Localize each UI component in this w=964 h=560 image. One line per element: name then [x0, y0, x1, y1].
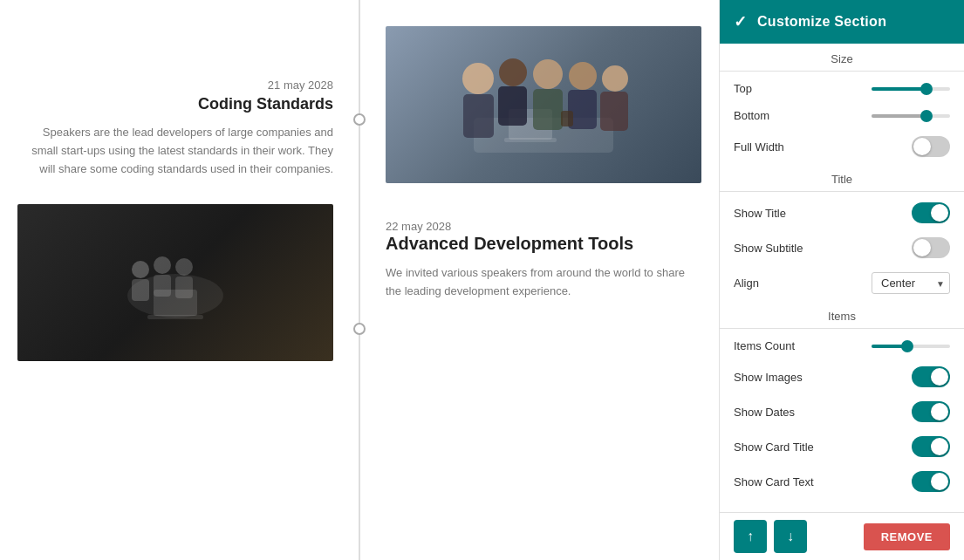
svg-rect-8 [147, 315, 203, 319]
full-width-toggle-knob [913, 138, 931, 155]
svg-point-14 [499, 58, 527, 86]
check-icon: ✓ [734, 12, 747, 31]
show-dates-label: Show Dates [734, 406, 795, 419]
svg-point-12 [462, 63, 494, 94]
items-count-label: Items Count [734, 339, 795, 352]
bottom-label: Bottom [734, 109, 769, 122]
item1-description: Speakers are the lead developers of larg… [17, 124, 333, 178]
items-count-control-row: Items Count [720, 332, 964, 359]
show-title-toggle[interactable] [912, 202, 950, 223]
top-slider-thumb[interactable] [920, 83, 933, 95]
sidebar-footer: ↑ ↓ REMOVE [720, 512, 964, 560]
show-dates-toggle[interactable] [912, 401, 950, 422]
show-images-label: Show Images [734, 371, 803, 384]
bottom-slider-fill [872, 114, 926, 118]
sidebar-body: Size Top Bottom Full Width Title [720, 44, 964, 512]
full-width-toggle[interactable] [912, 136, 950, 157]
bottom-control-row: Bottom [720, 102, 964, 129]
sidebar-title: Customize Section [757, 14, 886, 30]
business-image [386, 26, 701, 183]
laptop-image [17, 204, 333, 361]
move-up-button[interactable]: ↑ [734, 520, 767, 553]
svg-point-16 [533, 59, 563, 89]
show-card-title-toggle-knob [931, 438, 948, 455]
svg-rect-17 [533, 89, 563, 130]
show-card-text-toggle-knob [931, 473, 948, 490]
item1-title: Coding Standards [198, 95, 333, 113]
item2-date: 22 may 2028 [386, 220, 451, 233]
timeline-dot-2 [353, 323, 366, 335]
timeline-container: 21 may 2028 Coding Standards Speakers ar… [0, 0, 719, 560]
content-area: 21 may 2028 Coding Standards Speakers ar… [0, 0, 719, 560]
align-label: Align [734, 277, 759, 290]
customize-sidebar: ✓ Customize Section Size Top Bottom Full… [719, 0, 964, 560]
item2-image-left [17, 204, 333, 361]
full-width-control-row: Full Width [720, 129, 964, 164]
items-count-slider-thumb[interactable] [901, 340, 913, 352]
item1-image-right [386, 17, 701, 183]
item2-text: 22 may 2028 Advanced Development Tools W… [386, 201, 701, 301]
item1-text: 21 may 2028 Coding Standards Speakers ar… [17, 17, 333, 178]
move-down-button[interactable]: ↓ [774, 520, 807, 553]
svg-rect-7 [154, 290, 197, 316]
show-card-text-toggle[interactable] [912, 471, 950, 492]
svg-rect-13 [463, 94, 494, 138]
top-label: Top [734, 82, 752, 95]
timeline-line [359, 0, 360, 560]
top-control-row: Top [720, 75, 964, 102]
align-select-wrapper: Center Left Right ▼ [872, 272, 950, 294]
size-divider [720, 71, 964, 72]
left-column: 21 may 2028 Coding Standards Speakers ar… [0, 0, 359, 560]
full-width-label: Full Width [734, 140, 784, 154]
top-slider-fill [872, 87, 926, 91]
svg-point-20 [602, 65, 628, 92]
item2-description: We invited various speakers from around … [386, 266, 685, 297]
show-subtitle-control-row: Show Subtitle [720, 230, 964, 265]
show-dates-control-row: Show Dates [720, 394, 964, 429]
svg-rect-22 [561, 111, 573, 126]
svg-rect-15 [498, 86, 527, 126]
timeline-dot-1 [353, 113, 366, 126]
size-section-label: Size [720, 44, 964, 71]
align-select[interactable]: Center Left Right [872, 272, 950, 294]
show-card-title-toggle[interactable] [912, 436, 950, 457]
title-section-label: Title [720, 164, 964, 191]
item1-date: 21 may 2028 [268, 79, 333, 92]
align-control-row: Align Center Left Right ▼ [720, 265, 964, 301]
bottom-slider[interactable] [872, 114, 950, 118]
show-title-toggle-knob [931, 204, 948, 222]
bottom-slider-thumb[interactable] [920, 110, 933, 122]
remove-button[interactable]: REMOVE [864, 523, 950, 550]
items-section-label: Items [720, 301, 964, 328]
show-card-text-control-row: Show Card Text [720, 464, 964, 499]
show-subtitle-toggle[interactable] [912, 237, 950, 258]
svg-point-3 [154, 256, 171, 274]
svg-rect-11 [504, 138, 557, 142]
business-people-image [386, 26, 701, 183]
show-card-title-control-row: Show Card Title [720, 429, 964, 464]
items-count-slider[interactable] [872, 345, 950, 348]
show-subtitle-label: Show Subtitle [734, 242, 803, 255]
show-card-text-label: Show Card Text [734, 475, 814, 488]
svg-point-5 [175, 258, 193, 276]
top-slider[interactable] [872, 87, 950, 91]
svg-rect-21 [600, 92, 628, 131]
right-column: 22 may 2028 Advanced Development Tools W… [359, 0, 719, 560]
show-images-toggle[interactable] [912, 366, 950, 387]
title-divider [720, 191, 964, 192]
item2-title: Advanced Development Tools [386, 234, 701, 254]
show-title-control-row: Show Title [720, 195, 964, 230]
show-title-label: Show Title [734, 207, 786, 220]
show-images-control-row: Show Images [720, 359, 964, 394]
items-divider [720, 328, 964, 329]
show-card-title-label: Show Card Title [734, 440, 814, 454]
svg-point-18 [569, 62, 597, 90]
svg-rect-2 [132, 279, 149, 301]
svg-point-1 [132, 261, 149, 278]
show-subtitle-toggle-knob [913, 239, 931, 256]
show-images-toggle-knob [931, 368, 948, 386]
show-dates-toggle-knob [931, 403, 948, 420]
sidebar-header: ✓ Customize Section [720, 0, 964, 44]
